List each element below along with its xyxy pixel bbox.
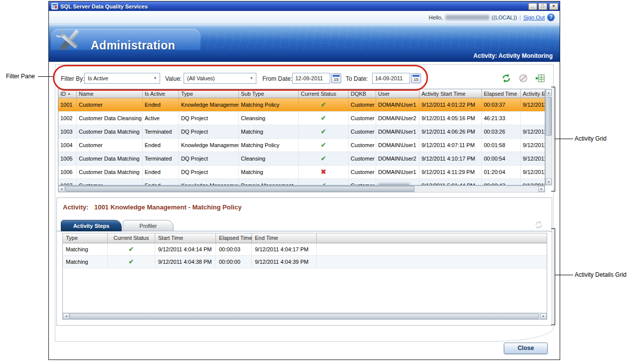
cell-sub-type: Matching Policy xyxy=(239,139,299,152)
column-header-dqkb[interactable]: DQKB xyxy=(349,89,376,98)
cell-end-time: 9/12/2011 xyxy=(521,98,545,111)
maximize-button[interactable]: □ xyxy=(538,3,547,10)
cell-start-time: 9/12/2011 4:04:38 PM xyxy=(155,256,216,268)
column-header-id[interactable]: ID ▲ xyxy=(58,89,77,98)
tab-profiler[interactable]: Profiler xyxy=(123,220,174,231)
details-horizontal-scrollbar[interactable]: ◄ ► xyxy=(63,313,547,319)
help-icon[interactable]: ? xyxy=(547,13,555,21)
annotation-line xyxy=(555,275,573,275)
chevron-down-icon: ▼ xyxy=(248,75,255,82)
cell-user: DOMAIN\User2 xyxy=(376,112,420,125)
annotation-line xyxy=(38,76,53,77)
cell-user: DOMAIN\User1 xyxy=(376,125,420,138)
cell-is-active: Ended xyxy=(143,179,179,185)
cell-id: 1007 xyxy=(58,179,77,185)
calendar-icon xyxy=(413,75,420,77)
cell-sub-type: Domain Management xyxy=(239,179,299,185)
column-header-sub-type[interactable]: Sub Type xyxy=(239,89,299,98)
from-date-calendar-button[interactable]: 15 xyxy=(331,73,341,83)
cell-dqkb: Customer xyxy=(349,179,376,185)
horizontal-scrollbar-thumb[interactable] xyxy=(65,186,415,192)
activity-step-row[interactable]: Matching ✔ 9/12/2011 4:04:38 PM 00:00:00… xyxy=(63,256,547,268)
cell-end-time: 9/12/2011 xyxy=(521,152,545,165)
column-header-current-status[interactable]: Current Status xyxy=(299,89,349,98)
activity-grid-row[interactable]: 1005 Customer Data Matching Terminated D… xyxy=(58,152,545,166)
cell-id: 1005 xyxy=(58,152,77,165)
cell-name: Customer xyxy=(77,139,143,152)
filter-by-select[interactable]: Is Active ▼ xyxy=(84,73,160,84)
cell-type: DQ Project xyxy=(179,112,239,125)
to-date-input[interactable]: 14-09-2011 xyxy=(372,73,410,84)
activity-grid-row[interactable]: 1002 Customer Data Cleansing Active DQ P… xyxy=(58,112,545,125)
cell-end-time: 9/12/2011 xyxy=(521,125,545,138)
cell-type: Matching xyxy=(63,243,108,255)
cell-start-time: 9/12/2011 4:05:16 PM xyxy=(420,112,482,125)
scroll-left-button[interactable]: ◄ xyxy=(58,186,65,192)
minimize-button[interactable]: _ xyxy=(528,3,537,10)
cell-dqkb: Customer xyxy=(349,152,376,165)
activity-grid-row-partial[interactable]: 1007 Customer Ended Knowledge Management… xyxy=(58,179,545,185)
cell-start-time: 9/12/2011 4:06:26 PM xyxy=(420,125,482,138)
status-ok-icon: ✔ xyxy=(299,112,349,125)
to-date-label: To Date: xyxy=(346,75,368,82)
close-window-button[interactable]: × xyxy=(549,3,558,10)
refresh-steps-icon-disabled[interactable] xyxy=(534,220,544,229)
close-button[interactable]: Close xyxy=(504,343,548,354)
value-value: (All Values) xyxy=(187,75,214,81)
activity-grid-row[interactable]: 1004 Customer Ended Knowledge Management… xyxy=(58,139,545,152)
column-header-type[interactable]: Type xyxy=(179,89,239,98)
activity-step-row[interactable]: Matching ✔ 9/12/2011 4:04:14 PM 00:00:03… xyxy=(63,243,547,256)
status-ok-icon: ✔ xyxy=(299,125,349,138)
column-header-filler xyxy=(317,233,547,243)
activity-grid-row[interactable]: 1006 Customer Data Matching Ended DQ Pro… xyxy=(58,166,545,179)
tab-activity-steps[interactable]: Activity Steps xyxy=(61,220,122,231)
session-bar: Hello, ((LOCAL)) | Sign Out ? xyxy=(49,11,560,24)
status-ok-icon: ✔ xyxy=(299,152,349,165)
cell-dqkb: Customer xyxy=(349,166,376,179)
cell-is-active: Ended xyxy=(143,98,179,111)
column-header-name[interactable]: Name xyxy=(77,89,143,98)
cell-end-time: 9/12/2011 4:04:17 PM xyxy=(252,243,317,255)
app-icon xyxy=(51,3,58,9)
horizontal-scrollbar[interactable]: ◄ ► xyxy=(58,185,545,192)
terminate-activity-button-disabled[interactable] xyxy=(518,73,529,83)
sign-out-link[interactable]: Sign Out xyxy=(523,14,545,20)
cell-elapsed: 46:21:33 xyxy=(482,112,521,125)
scroll-left-button[interactable]: ◄ xyxy=(63,313,69,319)
activity-grid-row[interactable]: 1003 Customer Data Matching Terminated D… xyxy=(58,125,545,139)
column-header-elapsed-time[interactable]: Elapsed Time xyxy=(482,89,521,98)
cell-sub-type: Matching Policy xyxy=(239,98,299,111)
column-header-end-time[interactable]: End Time xyxy=(252,233,317,243)
activity-grid-row[interactable]: 1001 Customer Ended Knowledge Management… xyxy=(58,98,545,112)
scroll-right-button[interactable]: ► xyxy=(540,313,547,319)
activity-grid: ID ▲ Name Is Active Type Sub Type Curren… xyxy=(58,89,552,192)
column-header-is-active[interactable]: Is Active xyxy=(143,89,179,98)
annotation-bracket-activity-grid xyxy=(551,87,555,191)
annotation-activity-details-grid: Activity Details Grid xyxy=(575,271,627,278)
status-ok-icon: ✔ xyxy=(299,139,349,152)
cell-start-time: 9/12/2011 4:04:14 PM xyxy=(155,243,216,255)
details-scrollbar-thumb[interactable] xyxy=(69,313,539,319)
cell-start-time: 9/12/2011 4:11:29 PM xyxy=(420,166,482,179)
cell-type: Knowledge Management xyxy=(179,139,239,152)
cell-sub-type: Cleansing xyxy=(239,152,299,165)
column-header-current-status[interactable]: Current Status xyxy=(108,233,155,243)
window-title: SQL Server Data Quality Services xyxy=(60,3,527,9)
column-header-start-time[interactable]: Activity Start Time xyxy=(420,89,482,98)
column-header-start-time[interactable]: Start Time xyxy=(155,233,216,243)
export-button[interactable] xyxy=(535,73,546,83)
from-date-input[interactable]: 12-09-2011 xyxy=(292,73,330,84)
scroll-right-button[interactable]: ► xyxy=(538,186,545,192)
cell-end-time xyxy=(521,112,545,125)
column-header-user[interactable]: User xyxy=(376,89,420,98)
value-select[interactable]: (All Values) ▼ xyxy=(184,73,256,84)
column-header-type[interactable]: Type xyxy=(63,233,108,243)
cell-elapsed: 00:00:54 xyxy=(482,152,521,165)
to-date-calendar-button[interactable]: 15 xyxy=(411,73,421,83)
cell-start-time: 9/12/2011 4:10:17 PM xyxy=(420,152,482,165)
cell-start-time: 9/12/2011 5:01:44 PM xyxy=(420,179,482,185)
column-header-elapsed-time[interactable]: Elapsed Time xyxy=(216,233,252,243)
column-header-end-time[interactable]: Activity End Time xyxy=(521,89,545,98)
filter-by-value: Is Active xyxy=(88,75,108,81)
refresh-button[interactable] xyxy=(501,73,512,83)
